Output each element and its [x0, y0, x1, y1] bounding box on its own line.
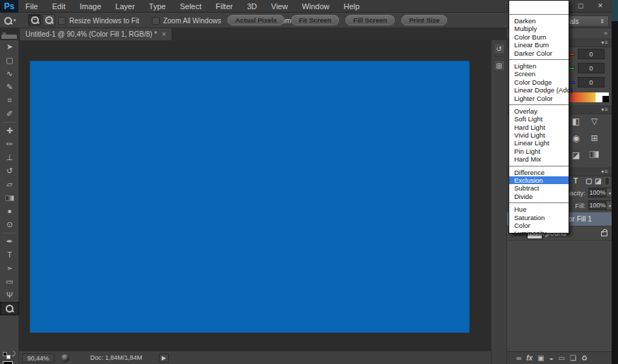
color-lookup-icon[interactable]: ◉ — [570, 133, 582, 145]
spot-healing-brush-tool[interactable]: ✚ — [0, 124, 19, 138]
tab-close-icon[interactable]: × — [162, 30, 166, 38]
blend-mode-darken[interactable]: Darken — [509, 17, 569, 25]
filter-toggle[interactable] — [605, 177, 610, 186]
blend-mode-color-burn[interactable]: Color Burn — [509, 33, 569, 41]
zoom-out-button[interactable]: − — [42, 14, 55, 26]
blend-mode-multiply[interactable]: Multiply — [509, 25, 569, 32]
checkbox-icon[interactable] — [152, 17, 160, 25]
blend-mode-hard-mix[interactable]: Hard Mix — [509, 155, 569, 163]
vibrance-icon[interactable]: ▽ — [588, 116, 600, 128]
delete-layer-icon[interactable]: ♻ — [581, 354, 588, 362]
panel-menu-icon[interactable]: ▾≡ — [601, 107, 609, 113]
blend-mode-lighten[interactable]: Lighten — [509, 62, 569, 70]
blend-mode-luminosity[interactable]: Luminosity — [509, 229, 569, 237]
menu-help[interactable]: Help — [337, 0, 367, 13]
dodge-tool[interactable]: ⊙ — [0, 218, 19, 231]
swap-colors-row[interactable]: ⤸ — [0, 351, 19, 359]
gradient-tool[interactable] — [0, 191, 19, 205]
type-tool[interactable]: T — [0, 248, 19, 262]
zoom-in-button[interactable]: + — [28, 14, 41, 26]
collapse-panels-icon[interactable]: » — [604, 30, 607, 37]
panel-menu-icon[interactable]: ▾≡ — [601, 169, 609, 175]
new-layer-icon[interactable]: ❏ — [570, 354, 576, 362]
clone-stamp-tool[interactable]: ⊥ — [0, 151, 19, 164]
gradient-map-icon[interactable] — [588, 150, 600, 162]
blend-mode-saturation[interactable]: Saturation — [509, 214, 569, 222]
blend-mode-hue[interactable]: Hue — [509, 205, 569, 213]
history-brush-tool[interactable]: ↺ — [0, 164, 19, 178]
blend-mode-linear-burn[interactable]: Linear Burn — [509, 41, 569, 49]
menu-edit[interactable]: Edit — [45, 0, 73, 13]
toolbar-grip[interactable] — [1, 35, 17, 39]
blend-mode-linear-dodge--add-[interactable]: Linear Dodge (Add) — [509, 86, 569, 94]
blend-mode-difference[interactable]: Difference — [509, 169, 569, 176]
menu-type[interactable]: Type — [142, 0, 173, 13]
menu-filter[interactable]: Filter — [208, 0, 239, 13]
checkbox-icon[interactable] — [58, 17, 66, 25]
checkbox-resize-windows-to-fit[interactable]: Resize Windows to Fit — [58, 17, 139, 25]
menu-select[interactable]: Select — [173, 0, 209, 13]
status-options-arrow[interactable]: ▶ — [159, 353, 169, 363]
blend-mode-lighter-color[interactable]: Lighter Color — [509, 95, 569, 102]
print-size-button[interactable]: Print Size — [401, 15, 447, 25]
swap-colors-icon[interactable]: ⤸ — [12, 351, 16, 358]
blend-mode-exclusion[interactable]: Exclusion — [509, 176, 569, 184]
history-panel-icon[interactable]: ↺ — [494, 43, 505, 54]
layer-style-icon[interactable]: fx — [526, 354, 533, 362]
checkbox-zoom-all-windows[interactable]: Zoom All Windows — [152, 17, 221, 25]
blend-mode-hard-light[interactable]: Hard Light — [509, 123, 569, 131]
status-zoom-field[interactable]: 90,44% — [22, 353, 54, 363]
current-tool-chip[interactable]: ▾ — [4, 15, 25, 26]
actual-pixels-button[interactable]: Actual Pixels — [227, 15, 285, 25]
fill-value[interactable]: 100% — [588, 200, 607, 210]
path-selection-tool[interactable]: ➣ — [0, 262, 19, 275]
filter-type-icon[interactable]: T — [574, 177, 578, 185]
blend-mode-color-dodge[interactable]: Color Dodge — [509, 78, 569, 86]
menu-layer[interactable]: Layer — [108, 0, 142, 13]
blend-mode-overlay[interactable]: Overlay — [509, 107, 569, 115]
zoom-tool[interactable] — [0, 302, 19, 315]
filter-shape-icon[interactable]: ▢ — [586, 177, 592, 185]
blend-mode-darker-color[interactable]: Darker Color — [509, 49, 569, 57]
rectangular-marquee-tool[interactable]: ▢ — [0, 54, 19, 67]
crop-tool[interactable]: ⌗ — [0, 94, 19, 107]
document-canvas[interactable] — [30, 61, 470, 333]
blend-mode-color[interactable]: Color — [509, 222, 569, 229]
white-swatch[interactable] — [596, 92, 602, 102]
blend-mode-pin-light[interactable]: Pin Light — [509, 147, 569, 155]
status-doc-sizes[interactable]: Doc: 1,84M/1,84M — [79, 354, 153, 361]
lasso-tool[interactable]: ∿ — [0, 67, 19, 80]
blur-tool[interactable]: ● — [0, 205, 19, 218]
channel-mixer-icon[interactable]: ⊞ — [588, 133, 600, 145]
eyedropper-tool[interactable]: ✐ — [0, 107, 19, 121]
pen-tool[interactable]: ✒ — [0, 235, 19, 248]
canvas-pasteboard[interactable] — [19, 40, 491, 351]
color-value-r[interactable]: 0 — [578, 49, 605, 59]
foreground-color-swatch[interactable] — [3, 361, 13, 364]
rectangle-tool[interactable]: ▭ — [0, 275, 19, 289]
eraser-tool[interactable]: ▱ — [0, 178, 19, 191]
blend-mode-screen[interactable]: Screen — [509, 70, 569, 78]
black-swatch[interactable] — [602, 96, 609, 102]
exposure-icon[interactable]: ◧ — [570, 116, 582, 128]
fill-screen-button[interactable]: Fill Screen — [345, 15, 395, 25]
document-tab[interactable]: Untitled-1 @ 90,4% (Color Fill 1, RGB/8)… — [20, 28, 172, 40]
color-value-g[interactable]: 0 — [578, 63, 605, 73]
filter-smart-object-icon[interactable]: ◪ — [595, 177, 601, 185]
blend-mode-linear-light[interactable]: Linear Light — [509, 139, 569, 147]
move-tool[interactable]: ➤ — [0, 40, 19, 54]
selective-color-icon[interactable]: ◪ — [570, 150, 582, 162]
adjustment-layer-icon[interactable]: ◒ — [549, 354, 554, 362]
maximize-button[interactable]: ▢ — [574, 1, 588, 11]
menu-file[interactable]: File — [18, 0, 45, 13]
blend-mode-vivid-light[interactable]: Vivid Light — [509, 131, 569, 139]
blend-mode-divide[interactable]: Divide — [509, 193, 569, 200]
blend-mode-soft-light[interactable]: Soft Light — [509, 115, 569, 123]
blend-mode-subtract[interactable]: Subtract — [509, 184, 569, 192]
quick-selection-tool[interactable]: ✎ — [0, 80, 19, 94]
fit-screen-button[interactable]: Fit Screen — [291, 15, 339, 25]
hand-tool[interactable]: Ψ — [0, 289, 19, 302]
group-layers-icon[interactable]: ▭ — [559, 354, 565, 362]
brush-tool[interactable]: ✏ — [0, 138, 19, 151]
layer-mask-icon[interactable]: ▣ — [537, 354, 544, 362]
